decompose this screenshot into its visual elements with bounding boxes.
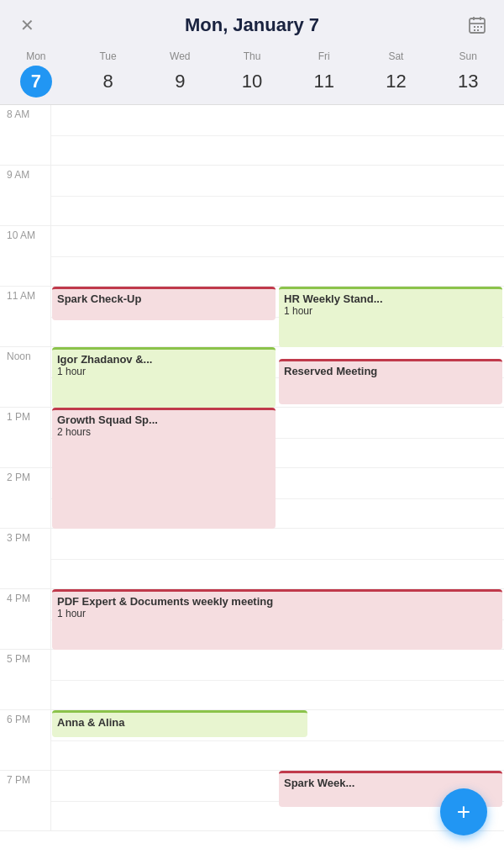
time-label: Noon [0, 347, 50, 407]
hour-row-8-am: 8 AM [0, 105, 504, 166]
calendar-icon-button[interactable] [464, 12, 491, 39]
day-name-label: Fri [318, 50, 330, 62]
event-anna-alina[interactable]: Anna & Alina [52, 710, 307, 737]
time-label: 6 PM [0, 710, 50, 770]
header-title: Mon, January 7 [185, 14, 319, 36]
week-row: Mon7Tue8Wed9Thu10Fri11Sat12Sun13 [0, 50, 504, 105]
day-name-label: Thu [244, 50, 261, 62]
header: ✕ Mon, January 7 [0, 0, 504, 50]
day-number[interactable]: 12 [380, 66, 412, 97]
event-title: Spark Check-Up [57, 292, 270, 305]
week-day-fri[interactable]: Fri11 [288, 50, 360, 97]
hour-content [50, 226, 504, 286]
event-title: Igor Zhadanov &... [57, 353, 270, 366]
event-duration: 1 hour [57, 608, 497, 619]
day-name-label: Wed [170, 50, 190, 62]
time-label: 9 AM [0, 166, 50, 225]
calendar-body: 8 AM9 AM10 AM11 AMNoon1 PM2 PM3 PM4 PM5 … [0, 105, 504, 859]
time-label: 3 PM [0, 529, 50, 588]
day-name-label: Sun [459, 50, 476, 62]
week-day-tue[interactable]: Tue8 [72, 50, 144, 97]
hour-content [50, 650, 504, 709]
time-label: 7 PM [0, 771, 50, 830]
day-name-label: Mon [26, 50, 45, 62]
event-title: Anna & Alina [57, 716, 302, 729]
week-day-sun[interactable]: Sun13 [432, 50, 504, 97]
event-hr-weekly[interactable]: HR Weekly Stand...1 hour [279, 287, 502, 347]
close-button[interactable]: ✕ [13, 12, 40, 39]
hour-row-9-am: 9 AM [0, 166, 504, 226]
hour-row-5-pm: 5 PM [0, 650, 504, 710]
hour-content [50, 105, 504, 165]
hour-content [50, 166, 504, 225]
day-number[interactable]: 8 [92, 66, 124, 97]
day-number[interactable]: 13 [452, 66, 484, 97]
add-event-fab[interactable]: + [440, 788, 487, 835]
event-growth-squad[interactable]: Growth Squad Sp...2 hours [52, 408, 276, 529]
hour-row-10-am: 10 AM [0, 226, 504, 287]
time-label: 1 PM [0, 408, 50, 467]
time-label: 8 AM [0, 105, 50, 165]
time-label: 2 PM [0, 468, 50, 528]
event-title: PDF Expert & Documents weekly meeting [57, 595, 497, 608]
event-title: HR Weekly Stand... [284, 292, 497, 305]
time-label: 11 AM [0, 287, 50, 346]
event-reserved-meeting[interactable]: Reserved Meeting [279, 359, 502, 404]
event-spark-checkup[interactable]: Spark Check-Up [52, 287, 276, 320]
event-pdf-expert[interactable]: PDF Expert & Documents weekly meeting1 h… [52, 589, 502, 650]
event-duration: 1 hour [57, 366, 270, 377]
event-title: Growth Squad Sp... [57, 414, 270, 426]
day-number[interactable]: 11 [308, 66, 340, 97]
day-number[interactable]: 9 [164, 66, 196, 97]
week-day-wed[interactable]: Wed9 [144, 50, 216, 97]
week-day-sat[interactable]: Sat12 [360, 50, 433, 97]
week-day-mon[interactable]: Mon7 [0, 50, 72, 97]
event-title: Reserved Meeting [284, 365, 497, 377]
hour-row-3-pm: 3 PM [0, 529, 504, 589]
event-duration: 2 hours [57, 426, 270, 438]
week-day-thu[interactable]: Thu10 [216, 50, 288, 97]
event-title: Spark Week... [284, 777, 497, 789]
day-number[interactable]: 7 [20, 66, 52, 97]
hour-content [50, 529, 504, 588]
day-number[interactable]: 10 [236, 66, 268, 97]
event-duration: 1 hour [284, 305, 497, 317]
day-name-label: Tue [99, 50, 116, 62]
day-name-label: Sat [388, 50, 403, 62]
time-label: 5 PM [0, 650, 50, 709]
time-label: 4 PM [0, 589, 50, 649]
event-igor-zhadanov[interactable]: Igor Zhadanov &...1 hour [52, 347, 276, 408]
time-label: 10 AM [0, 226, 50, 286]
